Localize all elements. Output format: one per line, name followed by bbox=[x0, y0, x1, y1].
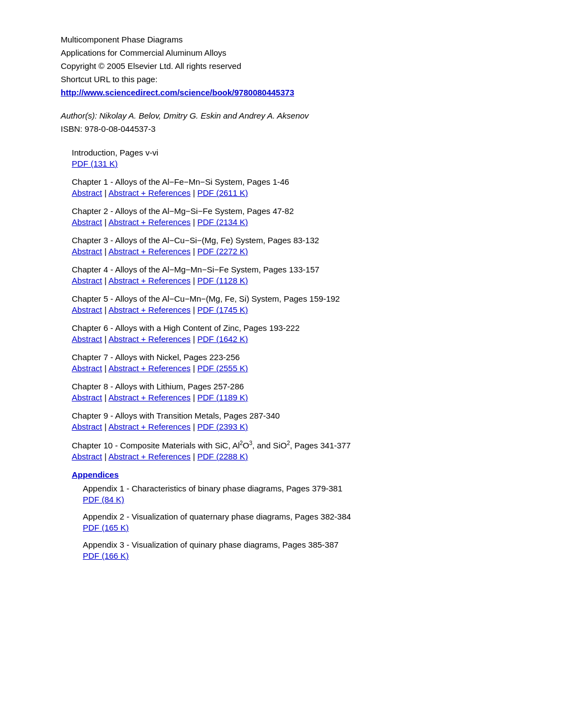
chapter-2-abstract-refs-link[interactable]: Abstract + References bbox=[108, 217, 190, 227]
chapter-7-abstract-refs-link[interactable]: Abstract + References bbox=[108, 363, 190, 373]
chapter-5-pdf-link[interactable]: PDF (1745 K) bbox=[198, 305, 248, 314]
appendix-2-title: Appendix 2 - Visualization of quaternary… bbox=[83, 512, 508, 521]
chapter-8-title: Chapter 8 - Alloys with Lithium, Pages 2… bbox=[72, 382, 508, 391]
chapter-5-abstract-refs-link[interactable]: Abstract + References bbox=[108, 305, 190, 314]
chapter-9-abstract-link[interactable]: Abstract bbox=[72, 422, 102, 431]
intro-title: Introduction, Pages v-vi bbox=[72, 148, 508, 157]
chapter-section-3: Chapter 3 - Alloys of the Al−Cu−Si−(Mg, … bbox=[61, 235, 508, 256]
chapter-2-abstract-link[interactable]: Abstract bbox=[72, 217, 102, 227]
separator: | bbox=[102, 393, 108, 402]
chapter-4-abstract-refs-link[interactable]: Abstract + References bbox=[108, 276, 190, 285]
chapter-6-links: Abstract | Abstract + References | PDF (… bbox=[72, 334, 508, 344]
chapter-5-title: Chapter 5 - Alloys of the Al−Cu−Mn−(Mg, … bbox=[72, 294, 508, 303]
chapter-10-pdf-link[interactable]: PDF (2288 K) bbox=[198, 452, 248, 461]
book-copyright: Copyright © 2005 Elsevier Ltd. All right… bbox=[61, 60, 508, 73]
chapter-10-links: Abstract | Abstract + References | PDF (… bbox=[72, 452, 508, 461]
separator: | bbox=[102, 276, 108, 285]
appendix-2-links: PDF (165 K) bbox=[83, 523, 508, 532]
chapter-8-abstract-refs-link[interactable]: Abstract + References bbox=[108, 393, 190, 402]
appendix-1-title: Appendix 1 - Characteristics of binary p… bbox=[83, 484, 508, 493]
chapter-section-7: Chapter 7 - Alloys with Nickel, Pages 22… bbox=[61, 352, 508, 373]
chapter-section-6: Chapter 6 - Alloys with a High Content o… bbox=[61, 323, 508, 344]
appendix-2-pdf-link[interactable]: PDF (165 K) bbox=[83, 523, 129, 532]
chapter-section-2: Chapter 2 - Alloys of the Al−Mg−Si−Fe Sy… bbox=[61, 206, 508, 227]
chapter-2-pdf-link[interactable]: PDF (2134 K) bbox=[198, 217, 248, 227]
chapter-9-title: Chapter 9 - Alloys with Transition Metal… bbox=[72, 411, 508, 420]
separator: | bbox=[190, 422, 197, 431]
separator: | bbox=[102, 363, 108, 373]
chapter-3-abstract-refs-link[interactable]: Abstract + References bbox=[108, 247, 190, 256]
author-info: Author(s): Nikolay A. Belov, Dmitry G. E… bbox=[61, 109, 508, 136]
separator: | bbox=[190, 217, 197, 227]
separator: | bbox=[190, 247, 197, 256]
chapter-6-pdf-link[interactable]: PDF (1642 K) bbox=[198, 334, 248, 344]
appendix-section-3: Appendix 3 - Visualization of quinary ph… bbox=[61, 540, 508, 560]
separator: | bbox=[190, 276, 197, 285]
chapter-5-links: Abstract | Abstract + References | PDF (… bbox=[72, 305, 508, 314]
chapter-7-title: Chapter 7 - Alloys with Nickel, Pages 22… bbox=[72, 352, 508, 362]
appendices-container: Appendix 1 - Characteristics of binary p… bbox=[61, 484, 508, 560]
chapter-2-links: Abstract | Abstract + References | PDF (… bbox=[72, 217, 508, 227]
intro-pdf-link[interactable]: PDF (131 K) bbox=[72, 159, 118, 168]
separator: | bbox=[190, 393, 197, 402]
appendix-section-2: Appendix 2 - Visualization of quaternary… bbox=[61, 512, 508, 532]
chapter-6-abstract-refs-link[interactable]: Abstract + References bbox=[108, 334, 190, 344]
chapter-3-links: Abstract | Abstract + References | PDF (… bbox=[72, 247, 508, 256]
chapter-1-abstract-link[interactable]: Abstract bbox=[72, 188, 102, 197]
intro-links: PDF (131 K) bbox=[72, 159, 508, 168]
chapter-1-pdf-link[interactable]: PDF (2611 K) bbox=[198, 188, 248, 197]
chapter-3-pdf-link[interactable]: PDF (2272 K) bbox=[198, 247, 248, 256]
chapter-section-1: Chapter 1 - Alloys of the Al−Fe−Mn−Si Sy… bbox=[61, 177, 508, 197]
book-title-line1: Multicomponent Phase Diagrams bbox=[61, 33, 508, 46]
chapter-1-abstract-refs-link[interactable]: Abstract + References bbox=[108, 188, 190, 197]
appendix-3-links: PDF (166 K) bbox=[83, 551, 508, 560]
separator: | bbox=[102, 422, 108, 431]
appendix-3-pdf-link[interactable]: PDF (166 K) bbox=[83, 551, 129, 560]
chapter-1-links: Abstract | Abstract + References | PDF (… bbox=[72, 188, 508, 197]
chapter-1-title: Chapter 1 - Alloys of the Al−Fe−Mn−Si Sy… bbox=[72, 177, 508, 186]
chapter-6-abstract-link[interactable]: Abstract bbox=[72, 334, 102, 344]
separator: | bbox=[190, 188, 197, 197]
chapter-6-title: Chapter 6 - Alloys with a High Content o… bbox=[72, 323, 508, 333]
chapter-9-pdf-link[interactable]: PDF (2393 K) bbox=[198, 422, 248, 431]
appendix-1-pdf-link[interactable]: PDF (84 K) bbox=[83, 495, 124, 504]
chapter-section-10: Chapter 10 - Composite Materials with Si… bbox=[61, 440, 508, 461]
separator: | bbox=[102, 217, 108, 227]
chapter-4-title: Chapter 4 - Alloys of the Al−Mg−Mn−Si−Fe… bbox=[72, 265, 508, 274]
book-url-link[interactable]: http://www.sciencedirect.com/science/boo… bbox=[61, 88, 294, 97]
chapter-7-abstract-link[interactable]: Abstract bbox=[72, 363, 102, 373]
chapter-8-abstract-link[interactable]: Abstract bbox=[72, 393, 102, 402]
separator: | bbox=[102, 452, 108, 461]
chapter-10-abstract-refs-link[interactable]: Abstract + References bbox=[108, 452, 190, 461]
appendices-section: Appendices Appendix 1 - Characteristics … bbox=[61, 470, 508, 560]
separator: | bbox=[102, 188, 108, 197]
separator: | bbox=[102, 305, 108, 314]
chapter-9-abstract-refs-link[interactable]: Abstract + References bbox=[108, 422, 190, 431]
author-line: Author(s): Nikolay A. Belov, Dmitry G. E… bbox=[61, 109, 508, 122]
separator: | bbox=[190, 452, 197, 461]
chapter-section-5: Chapter 5 - Alloys of the Al−Cu−Mn−(Mg, … bbox=[61, 294, 508, 314]
chapter-10-title: Chapter 10 - Composite Materials with Si… bbox=[72, 440, 508, 450]
intro-section: Introduction, Pages v-vi PDF (131 K) bbox=[61, 148, 508, 168]
chapter-4-pdf-link[interactable]: PDF (1128 K) bbox=[198, 276, 248, 285]
appendices-heading[interactable]: Appendices bbox=[61, 470, 508, 479]
chapter-3-title: Chapter 3 - Alloys of the Al−Cu−Si−(Mg, … bbox=[72, 235, 508, 245]
chapter-7-links: Abstract | Abstract + References | PDF (… bbox=[72, 363, 508, 373]
separator: | bbox=[102, 247, 108, 256]
chapter-4-abstract-link[interactable]: Abstract bbox=[72, 276, 102, 285]
book-shortcut-label: Shortcut URL to this page: bbox=[61, 73, 508, 86]
chapter-3-abstract-link[interactable]: Abstract bbox=[72, 247, 102, 256]
chapter-8-links: Abstract | Abstract + References | PDF (… bbox=[72, 393, 508, 402]
chapter-4-links: Abstract | Abstract + References | PDF (… bbox=[72, 276, 508, 285]
chapter-8-pdf-link[interactable]: PDF (1189 K) bbox=[198, 393, 248, 402]
chapter-section-9: Chapter 9 - Alloys with Transition Metal… bbox=[61, 411, 508, 431]
separator: | bbox=[190, 334, 197, 344]
chapter-7-pdf-link[interactable]: PDF (2555 K) bbox=[198, 363, 248, 373]
separator: | bbox=[102, 334, 108, 344]
separator: | bbox=[190, 305, 197, 314]
chapter-5-abstract-link[interactable]: Abstract bbox=[72, 305, 102, 314]
chapter-10-abstract-link[interactable]: Abstract bbox=[72, 452, 102, 461]
appendix-1-links: PDF (84 K) bbox=[83, 495, 508, 504]
book-title-line2: Applications for Commercial Aluminum All… bbox=[61, 46, 508, 60]
appendix-section-1: Appendix 1 - Characteristics of binary p… bbox=[61, 484, 508, 504]
